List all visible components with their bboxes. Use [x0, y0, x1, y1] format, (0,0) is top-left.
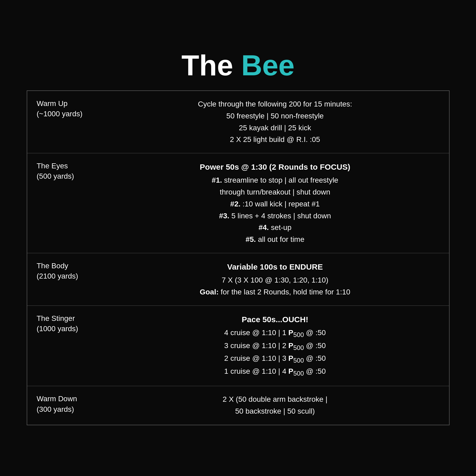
eyes-right: Power 50s @ 1:30 (2 Rounds to FOCUS) #1.…: [111, 161, 440, 246]
stinger-title: Pace 50s...OUCH!: [111, 313, 440, 326]
title-teal-part: Bee: [241, 49, 295, 81]
main-title: The Bee: [182, 51, 295, 80]
warm-up-name: Warm Up: [37, 99, 68, 108]
eyes-name: The Eyes: [37, 162, 68, 170]
stinger-line-4: 1 cruise @ 1:10 | 4 P500 @ :50: [111, 366, 440, 378]
warm-up-line-4: 2 X 25 light build @ R.I. :05: [111, 134, 440, 146]
warm-up-line-3: 25 kayak drill | 25 kick: [111, 122, 440, 134]
warm-down-line-1: 2 X (50 double arm backstroke |: [111, 394, 440, 405]
stinger-row: The Stinger (1000 yards) Pace 50s...OUCH…: [27, 306, 449, 386]
body-right: Variable 100s to ENDURE 7 X (3 X 100 @ 1…: [111, 261, 440, 298]
body-detail: (2100 yards): [37, 272, 78, 280]
eyes-left: The Eyes (500 yards): [37, 161, 111, 181]
warm-up-left: Warm Up (~1000 yards): [37, 98, 111, 119]
stinger-detail: (1000 yards): [37, 325, 78, 333]
warm-down-line-2: 50 backstroke | 50 scull): [111, 405, 440, 417]
eyes-line-1: #1. streamline to stop | all out freesty…: [111, 174, 440, 186]
body-line-2: Goal: for the last 2 Rounds, hold time f…: [111, 286, 440, 298]
workout-table: Warm Up (~1000 yards) Cycle through the …: [27, 90, 450, 425]
eyes-row: The Eyes (500 yards) Power 50s @ 1:30 (2…: [27, 153, 449, 253]
eyes-title: Power 50s @ 1:30 (2 Rounds to FOCUS): [111, 161, 440, 173]
warm-down-right: 2 X (50 double arm backstroke | 50 backs…: [111, 394, 440, 417]
body-left: The Body (2100 yards): [37, 261, 111, 281]
warm-down-row: Warm Down (300 yards) 2 X (50 double arm…: [27, 386, 449, 425]
warm-up-detail: (~1000 yards): [37, 110, 83, 118]
eyes-line-3: #2. :10 wall kick | repeat #1: [111, 198, 440, 210]
body-row: The Body (2100 yards) Variable 100s to E…: [27, 253, 449, 306]
stinger-line-1: 4 cruise @ 1:10 | 1 P500 @ :50: [111, 327, 440, 340]
stinger-line-3: 2 cruise @ 1:10 | 3 P500 @ :50: [111, 353, 440, 366]
eyes-detail: (500 yards): [37, 172, 74, 180]
stinger-name: The Stinger: [37, 314, 75, 322]
title-white-part: The: [182, 49, 241, 81]
eyes-line-6: #5. all out for time: [111, 234, 440, 246]
stinger-right: Pace 50s...OUCH! 4 cruise @ 1:10 | 1 P50…: [111, 313, 440, 379]
eyes-line-5: #4. set-up: [111, 222, 440, 234]
eyes-line-4: #3. 5 lines + 4 strokes | shut down: [111, 210, 440, 222]
page-container: The Bee Warm Up (~1000 yards) Cycle thro…: [27, 51, 450, 425]
warm-up-line-2: 50 freestyle | 50 non-freestyle: [111, 110, 440, 122]
body-title: Variable 100s to ENDURE: [111, 261, 440, 273]
stinger-left: The Stinger (1000 yards): [37, 313, 111, 334]
warm-down-detail: (300 yards): [37, 405, 74, 413]
body-line-1: 7 X (3 X 100 @ 1:30, 1:20, 1:10): [111, 274, 440, 286]
eyes-line-2: through turn/breakout | shut down: [111, 186, 440, 198]
warm-down-left: Warm Down (300 yards): [37, 394, 111, 414]
warm-up-right: Cycle through the following 200 for 15 m…: [111, 98, 440, 146]
warm-up-row: Warm Up (~1000 yards) Cycle through the …: [27, 91, 449, 153]
warm-down-name: Warm Down: [37, 395, 77, 403]
stinger-line-2: 3 cruise @ 1:10 | 2 P500 @ :50: [111, 340, 440, 353]
warm-up-line-1: Cycle through the following 200 for 15 m…: [111, 98, 440, 110]
body-name: The Body: [37, 262, 68, 270]
title-section: The Bee: [182, 51, 295, 80]
